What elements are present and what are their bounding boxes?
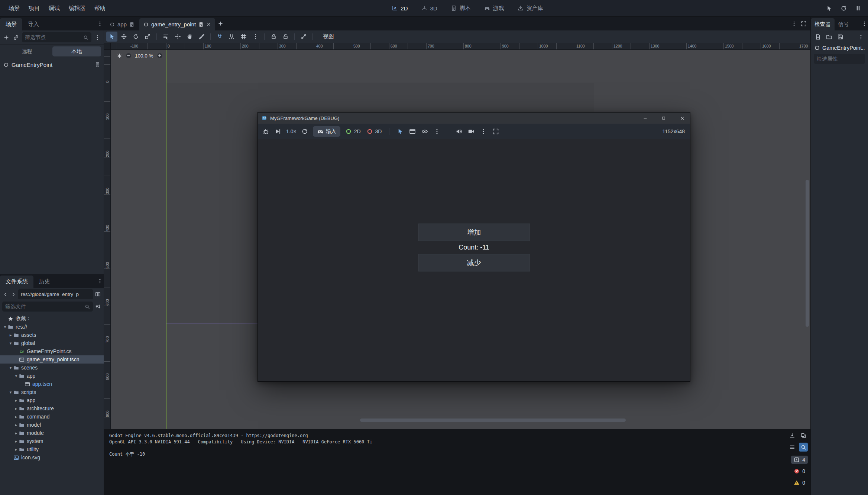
fs-dock-menu-button[interactable] xyxy=(96,277,104,285)
pivot-tool-button[interactable] xyxy=(172,32,183,42)
toggle-split-mode-button[interactable] xyxy=(94,291,101,298)
move-tool-button[interactable] xyxy=(118,32,129,42)
select-tool-button[interactable] xyxy=(106,32,117,42)
workspace-3d[interactable]: 3D xyxy=(421,5,437,12)
close-tab-icon[interactable] xyxy=(206,22,211,27)
embed-fullscreen-button[interactable] xyxy=(492,127,500,136)
debug-options-button[interactable] xyxy=(262,127,270,136)
scene-tree-options-button[interactable] xyxy=(94,34,101,41)
skeleton-options-button[interactable] xyxy=(298,32,309,42)
history-forward-button[interactable] xyxy=(10,291,17,298)
distraction-free-button[interactable] xyxy=(800,20,807,27)
tree-arrow-icon[interactable]: ▾ xyxy=(8,390,13,395)
game-select-button[interactable] xyxy=(825,4,833,12)
fs-item-module[interactable]: ▸module xyxy=(0,429,104,437)
script-icon[interactable] xyxy=(198,22,204,27)
script-icon[interactable] xyxy=(129,22,135,27)
tree-arrow-icon[interactable]: ▸ xyxy=(13,406,19,411)
pause-game-button[interactable] xyxy=(854,4,862,12)
collapse-output-button[interactable] xyxy=(788,443,797,452)
workspace-assetlib[interactable]: 资产库 xyxy=(518,5,543,12)
fs-item-app[interactable]: ▸app xyxy=(0,396,104,404)
load-resource-button[interactable] xyxy=(825,33,833,41)
save-output-button[interactable] xyxy=(788,431,797,440)
inspector-tab-inspector[interactable]: 检查器 xyxy=(811,18,835,30)
vscrollbar-thumb[interactable] xyxy=(806,180,809,327)
fs-dock-tab-history[interactable]: 历史 xyxy=(33,276,56,288)
local-tab[interactable]: 本地 xyxy=(52,46,101,56)
tree-arrow-icon[interactable]: ▸ xyxy=(13,439,19,444)
rotate-tool-button[interactable] xyxy=(130,32,141,42)
fs-item-scenes[interactable]: ▾scenes xyxy=(0,364,104,372)
fs-item-utility[interactable]: ▸utility xyxy=(0,445,104,453)
close-button[interactable] xyxy=(674,113,690,124)
scene-dock-tab-import[interactable]: 导入 xyxy=(22,18,45,30)
select-options-button[interactable] xyxy=(433,127,441,136)
speed-button[interactable]: 1.0× xyxy=(286,128,297,134)
scene-tab-app[interactable]: app xyxy=(106,18,139,30)
reset-speed-button[interactable] xyxy=(301,127,309,136)
camera-options-button[interactable] xyxy=(479,127,488,136)
tree-arrow-icon[interactable]: ▾ xyxy=(8,341,13,346)
new-resource-button[interactable] xyxy=(814,33,822,41)
scene-tab-list-button[interactable] xyxy=(790,20,798,27)
select-mode-button[interactable] xyxy=(396,127,404,136)
game-window-titlebar[interactable]: MyGFrameworkGame (DEBUG) xyxy=(258,113,690,124)
copy-output-button[interactable] xyxy=(799,431,808,440)
show-grid-button[interactable] xyxy=(238,32,249,42)
zoom-out-button[interactable] xyxy=(126,53,132,59)
visibility-button[interactable] xyxy=(421,127,429,136)
inspector-tab-signals[interactable]: 信号 xyxy=(835,18,853,30)
tree-arrow-icon[interactable]: ▸ xyxy=(8,333,13,338)
fs-item-app.tscn[interactable]: app.tscn xyxy=(0,380,104,388)
sort-files-button[interactable] xyxy=(94,303,101,310)
scene-node-root[interactable]: GameEntryPoint xyxy=(0,59,104,70)
current-path-input[interactable]: res://global/game_entry_p xyxy=(18,289,93,299)
grid-snap-button[interactable] xyxy=(226,32,237,42)
mode-2d-button[interactable]: 2D xyxy=(344,127,362,136)
errors-filter-button[interactable]: 0 xyxy=(791,467,808,475)
fs-item-game-entry-point.tscn[interactable]: game_entry_point.tscn xyxy=(0,355,104,364)
input-mode-button[interactable]: 输入 xyxy=(313,126,340,137)
tree-arrow-icon[interactable]: ▸ xyxy=(13,447,19,452)
tree-arrow-icon[interactable]: ▾ xyxy=(2,325,8,329)
ruler-tool-button[interactable] xyxy=(196,32,207,42)
menu-editor[interactable]: 编辑器 xyxy=(65,3,90,14)
workspace-game[interactable]: 游戏 xyxy=(484,5,504,12)
snap-options-button[interactable] xyxy=(250,32,261,42)
fs-item-app[interactable]: ▾app xyxy=(0,372,104,380)
fs-item-global[interactable]: ▾global xyxy=(0,339,104,347)
filter-nodes-input[interactable]: 筛选节点 xyxy=(22,32,91,42)
menu-project[interactable]: 项目 xyxy=(25,3,44,14)
tree-arrow-icon[interactable]: ▸ xyxy=(13,414,19,419)
reload-game-button[interactable] xyxy=(840,4,848,12)
history-back-button[interactable] xyxy=(2,291,9,298)
fs-dock-tab-filesystem[interactable]: 文件系统 xyxy=(0,276,33,288)
scene-tab-game_entry_point[interactable]: game_entry_point xyxy=(139,18,215,30)
fs-item-res[interactable]: ▾res:// xyxy=(0,323,104,331)
scene-dock-menu-button[interactable] xyxy=(96,20,104,27)
warnings-filter-button[interactable]: 0 xyxy=(791,479,808,487)
ui-select-mode-button[interactable] xyxy=(408,127,417,136)
fs-item-command[interactable]: ▸command xyxy=(0,413,104,421)
tree-arrow-icon[interactable]: ▾ xyxy=(8,365,13,370)
tree-arrow-icon[interactable]: ▸ xyxy=(13,398,19,403)
fs-item-gameentrypoint.cs[interactable]: C#GameEntryPoint.cs xyxy=(0,347,104,355)
new-scene-tab-button[interactable] xyxy=(217,20,224,27)
scale-tool-button[interactable] xyxy=(142,32,153,42)
workspace-script[interactable]: 脚本 xyxy=(451,5,471,12)
smart-snap-button[interactable] xyxy=(214,32,225,42)
menu-debug[interactable]: 调试 xyxy=(45,3,64,14)
fs-item-item[interactable]: 收藏： xyxy=(0,315,104,323)
hscrollbar-thumb[interactable] xyxy=(360,419,626,422)
canvas-hscrollbar[interactable] xyxy=(111,419,804,422)
view-menu-button[interactable]: 视图 xyxy=(318,32,339,41)
audio-mute-button[interactable] xyxy=(455,127,463,136)
search-output-button[interactable] xyxy=(799,443,808,452)
fs-item-system[interactable]: ▸system xyxy=(0,437,104,445)
script-icon[interactable] xyxy=(95,62,100,68)
camera-override-button[interactable] xyxy=(467,127,475,136)
filter-files-input[interactable]: 筛选文件 xyxy=(2,302,93,312)
menu-help[interactable]: 帮助 xyxy=(90,3,110,14)
maximize-button[interactable] xyxy=(656,113,671,124)
